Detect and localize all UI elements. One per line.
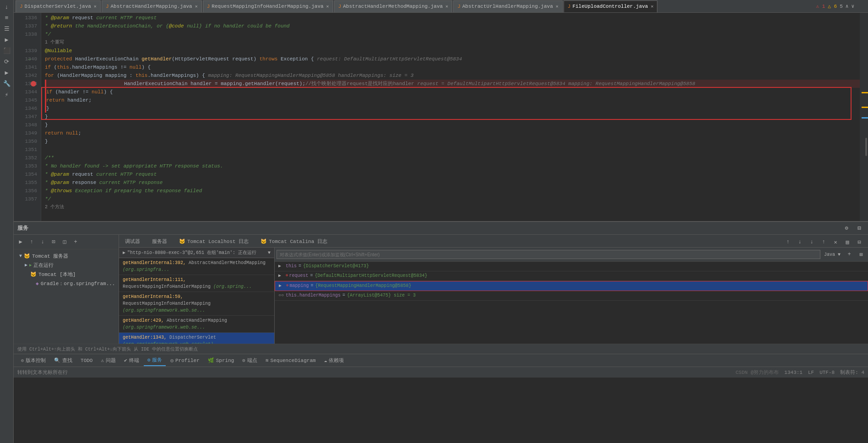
- debug-btn-6[interactable]: ▤: [842, 237, 852, 247]
- start-icon[interactable]: ▶: [16, 237, 26, 247]
- settings-menu-icon[interactable]: ⊟: [854, 223, 864, 233]
- search-icon: 🔍: [54, 357, 60, 363]
- tab-endpoints[interactable]: ⊙ 端点: [239, 355, 261, 366]
- filter2-icon[interactable]: ◫: [60, 237, 70, 247]
- sidebar-icon-1[interactable]: ↓: [2, 2, 12, 12]
- tab-request-mapping-info[interactable]: J RequestMappingInfoHandlerMapping.java …: [203, 0, 333, 12]
- debug-btn-3[interactable]: ↓: [807, 237, 817, 247]
- stack-frames[interactable]: ▶ "http-nio-8080-exec-3"@2,651 在组'main':…: [119, 248, 275, 344]
- debug-btn-1[interactable]: ↑: [783, 237, 793, 247]
- indent-down-icon[interactable]: ↓: [38, 237, 48, 247]
- close-icon[interactable]: ✕: [651, 4, 653, 9]
- close-icon[interactable]: ✕: [445, 4, 448, 9]
- services-tree[interactable]: ▼ 🐱 Tomcat 服务器 ▶ ▶ 正在运行 🐱: [14, 249, 119, 290]
- frame-1[interactable]: getHandlerInternal:111, RequestMappingIn…: [119, 275, 274, 292]
- line-1341: 1341: [14, 63, 37, 71]
- code-line-1355: * @param response current HTTP response: [45, 178, 860, 187]
- expand-icon[interactable]: ▶: [278, 263, 284, 270]
- chevron-up-icon[interactable]: ∧: [846, 3, 849, 9]
- tab-profiler[interactable]: ◎ Profiler: [167, 355, 203, 366]
- tab-dispatcher-servlet[interactable]: J DispatcherServlet.java ✕: [16, 0, 101, 12]
- sidebar-icon-5[interactable]: ⬛: [2, 46, 12, 56]
- sidebar-icon-6[interactable]: ⟳: [2, 57, 12, 67]
- lang-selector[interactable]: Java ▼: [824, 252, 841, 257]
- close-icon[interactable]: ✕: [326, 4, 329, 9]
- services-header: 服务 ⚙ ⊟: [14, 222, 868, 235]
- tab-terminal[interactable]: ✔ 终端: [120, 355, 143, 366]
- java-icon: J: [568, 4, 571, 9]
- debug-btn-5[interactable]: ✕: [830, 237, 841, 247]
- frame-3[interactable]: getHandler:429, AbstractHandlerMapping (…: [119, 316, 274, 333]
- expand-icon[interactable]: ○○: [278, 292, 284, 299]
- java-icon: J: [20, 4, 23, 9]
- tab-tomcat-localhost[interactable]: 🐱 Tomcat Localhost 日志: [173, 235, 255, 247]
- code-content[interactable]: * @param request current HTTP request * …: [41, 13, 860, 221]
- code-line-1352: /**: [45, 154, 860, 162]
- tree-gradle[interactable]: ◆ Gradle：org.springfram...: [14, 279, 119, 288]
- tab-sequence-diagram[interactable]: ≋ SequenceDiagram: [262, 355, 320, 366]
- tab-label: AbstractHandlerMapping.java: [110, 4, 192, 9]
- frame-pkg: (org.springframework.web.se...: [123, 308, 205, 313]
- expand-icon[interactable]: ▶: [278, 273, 284, 279]
- chevron-down-icon[interactable]: ∨: [851, 3, 854, 9]
- tab-services[interactable]: ⚙ 服务: [144, 355, 166, 366]
- debug-btn-7[interactable]: ⊟: [854, 237, 864, 247]
- var-value: {ArrayList@5475} size = 3: [347, 292, 416, 299]
- tab-abstract-handler-mapping[interactable]: J AbstractHandlerMapping.java ✕: [102, 0, 202, 12]
- sidebar-icon-7[interactable]: ▶: [2, 68, 12, 78]
- add-watch-icon[interactable]: +: [844, 249, 854, 259]
- tab-file-upload[interactable]: J FileUploadController.java ✕: [564, 0, 658, 12]
- close-icon[interactable]: ✕: [94, 4, 97, 9]
- hint-text: 使用 Ctrl+Alt+↑向上箭头 和 Ctrl+Alt+↓向下箭头 从 IDE…: [17, 346, 198, 352]
- sidebar-icon-9[interactable]: ⚡: [2, 90, 12, 100]
- expand-icon[interactable]: ▶: [279, 283, 284, 289]
- tab-abstract-url-handler[interactable]: J AbstractUrlHandlerMapping.java ✕: [453, 0, 563, 12]
- sidebar-icon-8[interactable]: 🔧: [2, 79, 12, 89]
- services-panel: 服务 ⚙ ⊟ ▶ ↑ ↓ ⊡ ◫ +: [14, 221, 868, 354]
- debug-btn-2[interactable]: ↓: [795, 237, 805, 247]
- var-expression-input[interactable]: [277, 250, 820, 259]
- frame-2[interactable]: getHandlerInternal:59, RequestMappingInf…: [119, 292, 274, 316]
- debug-content: ▶ "http-nio-8080-exec-3"@2,651 在组'main':…: [119, 248, 868, 344]
- sidebar-icon-2[interactable]: ≡: [2, 13, 12, 23]
- var-this[interactable]: ▶ this = {DispatcherServlet@4173}: [275, 262, 868, 271]
- frame-0[interactable]: getHandlerInternal:392, AbstractHandlerM…: [119, 258, 274, 275]
- close-icon[interactable]: ✕: [195, 4, 198, 9]
- filter-dropdown-icon[interactable]: ▼: [268, 250, 271, 255]
- tree-tomcat-server[interactable]: ▼ 🐱 Tomcat 服务器: [14, 251, 119, 260]
- tree-tomcat-local[interactable]: 🐱 Tomcat [本地]: [14, 270, 119, 279]
- variables-panel[interactable]: Java ▼ + ⊞ ▶ this = {DispatcherServlet@: [275, 248, 868, 344]
- line-rewrite: [14, 38, 37, 47]
- var-request[interactable]: ▶ ⊕ request = {DefaultMultipartHttpServl…: [275, 271, 868, 281]
- add-icon[interactable]: +: [71, 237, 81, 247]
- tab-problems[interactable]: ⚠ 问题: [97, 355, 119, 366]
- tab-tomcat-catalina[interactable]: 🐱 Tomcat Catalina 日志: [255, 235, 333, 247]
- tab-todo[interactable]: TODO: [77, 355, 96, 366]
- sidebar-icon-4[interactable]: ▶: [2, 35, 12, 45]
- line-1354: 1354: [14, 170, 37, 178]
- debug-tabs: 调试器 服务器 🐱 Tomcat Localhost 日志 🐱 Tomcat C…: [119, 235, 868, 248]
- code-line-1357: */: [45, 195, 860, 203]
- tab-abstract-handler-method[interactable]: J AbstractHandlerMethodMapping.java ✕: [334, 0, 452, 12]
- close-icon[interactable]: ✕: [556, 4, 559, 9]
- sidebar-icon-3[interactable]: ☰: [2, 24, 12, 34]
- indent-up-icon[interactable]: ↑: [27, 237, 37, 247]
- tab-spring[interactable]: 🌿 Spring: [204, 355, 238, 366]
- frame-class: RequestMappingInfoHandlerMapping: [123, 284, 213, 289]
- expand-all-icon[interactable]: ⊞: [856, 249, 866, 259]
- line-1351: 1351: [14, 146, 37, 154]
- tab-version-control[interactable]: ⊙ 版本控制: [17, 355, 49, 366]
- editor-scrollbar[interactable]: [860, 13, 868, 221]
- var-mapping[interactable]: ▶ ⊕ mapping = {RequestMappingHandlerMapp…: [275, 281, 868, 291]
- tab-debugger[interactable]: 调试器: [119, 235, 146, 247]
- debug-btn-4[interactable]: ↑: [819, 237, 829, 247]
- settings-icon[interactable]: ⚙: [841, 223, 852, 233]
- frame-4[interactable]: getHandler:1343, DispatcherServlet (org.…: [119, 333, 274, 344]
- warning-icon: ⊕: [286, 273, 288, 279]
- tab-server[interactable]: 服务器: [146, 235, 173, 247]
- filter-icon[interactable]: ⊡: [49, 237, 59, 247]
- tree-running[interactable]: ▶ ▶ 正在运行: [14, 260, 119, 270]
- tab-find[interactable]: 🔍 查找: [50, 355, 76, 366]
- var-handler-mappings[interactable]: ○○ this.handlerMappings = {ArrayList@547…: [275, 291, 868, 301]
- tab-dependencies[interactable]: ☁ 依赖项: [320, 355, 348, 366]
